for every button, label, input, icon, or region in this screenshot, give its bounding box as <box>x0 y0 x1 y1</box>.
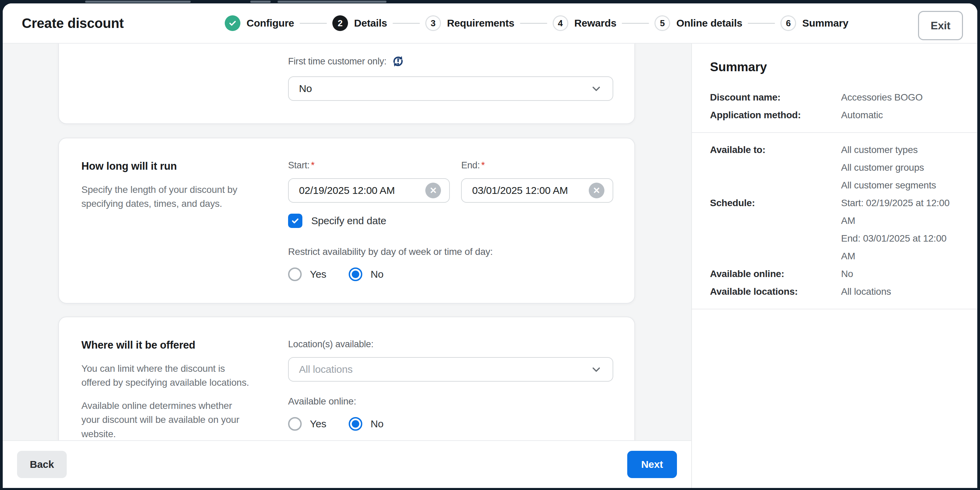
location-card: Where will it be offered You can limit w… <box>58 316 635 440</box>
summary-row-available-locations: Available locations: All locations <box>710 283 958 300</box>
chevron-down-icon <box>590 83 602 95</box>
end-date-label: End:* <box>461 160 613 171</box>
online-no-radio[interactable]: No <box>349 417 383 431</box>
main-column: First time customer only: <box>3 44 691 488</box>
step-configure[interactable]: Configure <box>225 15 294 31</box>
end-date-value: 03/01/2025 12:00 AM <box>472 185 589 196</box>
summary-divider <box>692 309 977 310</box>
summary-row-schedule: Schedule: Start: 02/19/2025 at 12:00 AM … <box>710 194 958 265</box>
restrict-availability-radio-group: Yes No <box>288 268 613 281</box>
radio-icon <box>349 417 362 431</box>
form-scroll-area[interactable]: First time customer only: <box>3 44 691 440</box>
wizard-footer: Back Next <box>3 440 691 488</box>
step-number: 5 <box>654 15 670 31</box>
required-asterisk: * <box>481 160 485 170</box>
first-time-customer-label: First time customer only: <box>288 56 387 67</box>
modal-body: First time customer only: <box>3 44 977 488</box>
summary-row-available-to: Available to: All customer types All cus… <box>710 141 958 194</box>
step-connector <box>393 23 420 24</box>
select-placeholder: All locations <box>299 364 590 375</box>
radio-icon <box>288 268 302 281</box>
step-number: 2 <box>332 15 348 31</box>
exit-button[interactable]: Exit <box>918 11 963 40</box>
restrict-availability-label: Restrict availability by day of week or … <box>288 246 613 257</box>
required-asterisk: * <box>311 160 314 170</box>
step-label: Rewards <box>574 18 617 29</box>
duration-card: How long will it run Specify the length … <box>58 138 635 303</box>
step-connector <box>300 23 327 24</box>
location-card-description-1: You can limit where the discount is offe… <box>81 362 251 390</box>
select-value: No <box>299 83 590 94</box>
step-summary[interactable]: 6 Summary <box>780 15 848 31</box>
restrict-no-radio[interactable]: No <box>349 268 383 281</box>
online-yes-radio[interactable]: Yes <box>288 417 326 431</box>
clipped-page-remnant <box>85 1 191 3</box>
clear-circle-icon[interactable]: ✕ <box>425 183 441 198</box>
end-date-input[interactable]: 03/01/2025 12:00 AM ✕ <box>461 178 613 203</box>
modal-header: Create discount Configure 2 Details 3 Re… <box>3 3 977 44</box>
summary-divider <box>692 132 977 133</box>
start-date-input[interactable]: 02/19/2025 12:00 AM ✕ <box>288 178 450 203</box>
location-card-title: Where will it be offered <box>81 339 265 351</box>
sync-alert-icon[interactable] <box>391 54 405 68</box>
available-online-radio-group: Yes No <box>288 417 613 431</box>
customer-card: First time customer only: <box>58 44 635 124</box>
step-requirements[interactable]: 3 Requirements <box>425 15 514 31</box>
step-connector <box>520 23 547 24</box>
summary-row-discount-name: Discount name: Accessories BOGO <box>710 89 958 106</box>
locations-available-label: Location(s) available: <box>288 339 613 350</box>
wizard-stepper: Configure 2 Details 3 Requirements 4 Rew… <box>225 3 848 43</box>
locations-available-select[interactable]: All locations <box>288 357 613 381</box>
step-number: 4 <box>553 15 568 31</box>
step-connector <box>622 23 649 24</box>
step-rewards[interactable]: 4 Rewards <box>553 15 617 31</box>
step-label: Summary <box>802 18 848 29</box>
clear-circle-icon[interactable]: ✕ <box>589 183 605 198</box>
screen: Create discount Configure 2 Details 3 Re… <box>0 0 980 490</box>
checkbox-check-icon <box>288 214 302 228</box>
radio-icon <box>288 417 302 431</box>
step-number: 6 <box>780 15 796 31</box>
summary-panel: Summary Discount name: Accessories BOGO … <box>691 44 977 488</box>
next-button[interactable]: Next <box>627 451 677 478</box>
location-card-description-2: Available online determines whether your… <box>81 399 251 440</box>
start-date-label: Start:* <box>288 160 450 171</box>
page-title: Create discount <box>22 16 124 31</box>
step-number: 3 <box>425 15 441 31</box>
create-discount-modal: Create discount Configure 2 Details 3 Re… <box>3 3 977 488</box>
restrict-yes-radio[interactable]: Yes <box>288 268 326 281</box>
step-connector <box>748 23 775 24</box>
summary-title: Summary <box>710 60 958 74</box>
clipped-page-remnant <box>250 1 271 3</box>
summary-row-application-method: Application method: Automatic <box>710 106 958 124</box>
checkbox-label: Specify end date <box>311 215 386 227</box>
step-label: Configure <box>247 18 294 29</box>
duration-card-title: How long will it run <box>81 160 265 172</box>
step-label: Online details <box>676 18 742 29</box>
start-date-value: 02/19/2025 12:00 AM <box>299 185 425 196</box>
step-label: Requirements <box>447 18 514 29</box>
step-online-details[interactable]: 5 Online details <box>654 15 742 31</box>
summary-row-available-online: Available online: No <box>710 265 958 283</box>
chevron-down-icon <box>590 363 602 375</box>
step-label: Details <box>354 18 387 29</box>
available-online-label: Available online: <box>288 396 613 407</box>
duration-card-description: Specify the length of your discount by s… <box>81 183 251 211</box>
first-time-customer-select[interactable]: No <box>288 76 613 101</box>
check-icon <box>225 15 240 31</box>
radio-icon <box>349 268 362 281</box>
step-details[interactable]: 2 Details <box>332 15 387 31</box>
specify-end-date-checkbox[interactable]: Specify end date <box>288 214 613 228</box>
back-button[interactable]: Back <box>17 451 67 478</box>
clipped-page-remnant <box>277 1 387 3</box>
